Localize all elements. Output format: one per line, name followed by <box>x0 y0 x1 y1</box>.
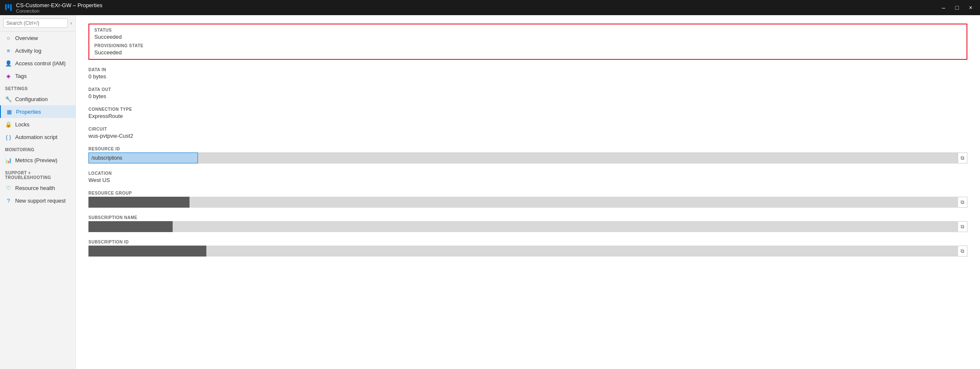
overview-icon: ○ <box>5 35 12 41</box>
subscription-name-copy-button[interactable]: ⧉ <box>958 221 967 232</box>
subscription-name-label: SUBSCRIPTION NAME <box>88 215 967 220</box>
search-input[interactable] <box>3 19 68 28</box>
sidebar-item-automation-script[interactable]: { } Automation script <box>0 131 75 143</box>
sidebar-label-activity-log: Activity log <box>15 48 41 54</box>
connection-type-label: CONNECTION TYPE <box>88 107 967 112</box>
resource-id-selected-text[interactable]: /subscriptions <box>88 152 198 163</box>
sidebar-item-resource-health[interactable]: ♡ Resource health <box>0 182 75 194</box>
sidebar: ‹ ○ Overview ≡ Activity log 👤 Access con… <box>0 15 76 369</box>
maximize-button[interactable]: □ <box>953 3 961 12</box>
provisioning-state-group: PROVISIONING STATE Succeeded <box>94 43 961 56</box>
location-label: LOCATION <box>88 171 967 176</box>
sidebar-item-overview[interactable]: ○ Overview <box>0 32 75 44</box>
app-icon <box>5 4 12 11</box>
subscription-name-group: SUBSCRIPTION NAME ⧉ <box>88 215 967 232</box>
status-value: Succeeded <box>94 34 961 40</box>
sidebar-label-tags: Tags <box>15 73 27 79</box>
monitoring-section-label: MONITORING <box>0 143 75 154</box>
subscription-id-label: SUBSCRIPTION ID <box>88 240 967 244</box>
resource-id-bar: /subscriptions ⧉ <box>88 152 967 163</box>
circuit-label: CIRCUIT <box>88 127 967 131</box>
locks-icon: 🔒 <box>5 121 12 128</box>
sidebar-search-container: ‹ <box>0 15 75 32</box>
subscription-id-bar: ⧉ <box>88 246 967 257</box>
resource-id-label: RESOURCE ID <box>88 147 967 151</box>
data-out-group: DATA OUT 0 bytes <box>88 87 967 99</box>
resource-id-copy-button[interactable]: ⧉ <box>958 152 967 163</box>
subscription-id-light-bar <box>206 246 958 257</box>
resource-group-label: RESOURCE GROUP <box>88 191 967 195</box>
subscription-name-dark-bar <box>88 221 173 232</box>
resource-group-bar: ⧉ <box>88 197 967 208</box>
resource-group-copy-button[interactable]: ⧉ <box>958 197 967 208</box>
properties-icon: ▦ <box>6 108 13 115</box>
activity-log-icon: ≡ <box>5 47 12 54</box>
data-in-group: DATA IN 0 bytes <box>88 67 967 80</box>
sidebar-label-metrics: Metrics (Preview) <box>15 157 57 163</box>
location-group: LOCATION West US <box>88 171 967 183</box>
subscription-name-bar: ⧉ <box>88 221 967 232</box>
sidebar-label-resource-health: Resource health <box>15 185 55 191</box>
window-title: CS-Customer-EXr-GW – Properties <box>16 2 102 8</box>
configuration-icon: 🔧 <box>5 96 12 102</box>
subscription-id-group: SUBSCRIPTION ID ⧉ <box>88 240 967 257</box>
sidebar-label-automation-script: Automation script <box>15 134 57 140</box>
status-highlight-box: STATUS Succeeded PROVISIONING STATE Succ… <box>88 24 967 60</box>
automation-icon: { } <box>5 134 12 140</box>
resource-id-redacted <box>198 152 958 163</box>
resource-group-group: RESOURCE GROUP ⧉ <box>88 191 967 208</box>
circuit-value: wus-pvtpvw-Cust2 <box>88 133 967 139</box>
main-content: STATUS Succeeded PROVISIONING STATE Succ… <box>76 15 980 369</box>
sidebar-label-configuration: Configuration <box>15 96 48 102</box>
settings-section-label: SETTINGS <box>0 82 75 93</box>
sidebar-item-configuration[interactable]: 🔧 Configuration <box>0 93 75 105</box>
subscription-id-dark-bar <box>88 246 206 257</box>
sidebar-item-activity-log[interactable]: ≡ Activity log <box>0 44 75 57</box>
connection-type-value: ExpressRoute <box>88 113 967 119</box>
resource-id-group: RESOURCE ID /subscriptions ⧉ <box>88 147 967 163</box>
sidebar-item-properties[interactable]: ▦ Properties <box>0 105 75 118</box>
resource-group-light-bar <box>190 197 958 208</box>
window-subtitle: Connection <box>16 8 102 13</box>
properties-section: STATUS Succeeded PROVISIONING STATE Succ… <box>88 24 967 264</box>
close-button[interactable]: × <box>967 3 975 12</box>
resource-health-icon: ♡ <box>5 184 12 191</box>
data-out-label: DATA OUT <box>88 87 967 92</box>
sidebar-item-new-support-request[interactable]: ? New support request <box>0 194 75 207</box>
status-label: STATUS <box>94 28 961 32</box>
title-bar-controls: – □ × <box>940 3 975 12</box>
sidebar-label-overview: Overview <box>15 35 38 41</box>
status-group: STATUS Succeeded <box>94 28 961 40</box>
sidebar-item-locks[interactable]: 🔒 Locks <box>0 118 75 131</box>
resource-group-dark-bar <box>88 197 190 208</box>
metrics-icon: 📊 <box>5 157 12 163</box>
data-in-label: DATA IN <box>88 67 967 72</box>
data-in-value: 0 bytes <box>88 73 967 80</box>
sidebar-label-new-support-request: New support request <box>15 198 66 204</box>
sidebar-label-properties: Properties <box>16 109 41 115</box>
data-out-value: 0 bytes <box>88 93 967 99</box>
connection-type-group: CONNECTION TYPE ExpressRoute <box>88 107 967 119</box>
sidebar-item-tags[interactable]: ◈ Tags <box>0 70 75 82</box>
minimize-button[interactable]: – <box>940 3 948 12</box>
title-bar-left: CS-Customer-EXr-GW – Properties Connecti… <box>5 2 102 13</box>
provisioning-state-value: Succeeded <box>94 49 961 56</box>
access-control-icon: 👤 <box>5 60 12 67</box>
tags-icon: ◈ <box>5 72 12 79</box>
sidebar-label-locks: Locks <box>15 121 29 128</box>
subscription-name-light-bar <box>173 221 958 232</box>
sidebar-label-access-control: Access control (IAM) <box>15 60 66 67</box>
location-value: West US <box>88 177 967 183</box>
sidebar-item-access-control[interactable]: 👤 Access control (IAM) <box>0 57 75 70</box>
circuit-group: CIRCUIT wus-pvtpvw-Cust2 <box>88 127 967 139</box>
app-container: ‹ ○ Overview ≡ Activity log 👤 Access con… <box>0 15 980 369</box>
new-support-request-icon: ? <box>5 197 12 204</box>
sidebar-item-metrics[interactable]: 📊 Metrics (Preview) <box>0 154 75 166</box>
collapse-icon[interactable]: ‹ <box>70 20 72 26</box>
support-section-label: SUPPORT + TROUBLESHOOTING <box>0 166 75 182</box>
provisioning-state-label: PROVISIONING STATE <box>94 43 961 48</box>
subscription-id-copy-button[interactable]: ⧉ <box>958 246 967 257</box>
title-bar: CS-Customer-EXr-GW – Properties Connecti… <box>0 0 980 15</box>
